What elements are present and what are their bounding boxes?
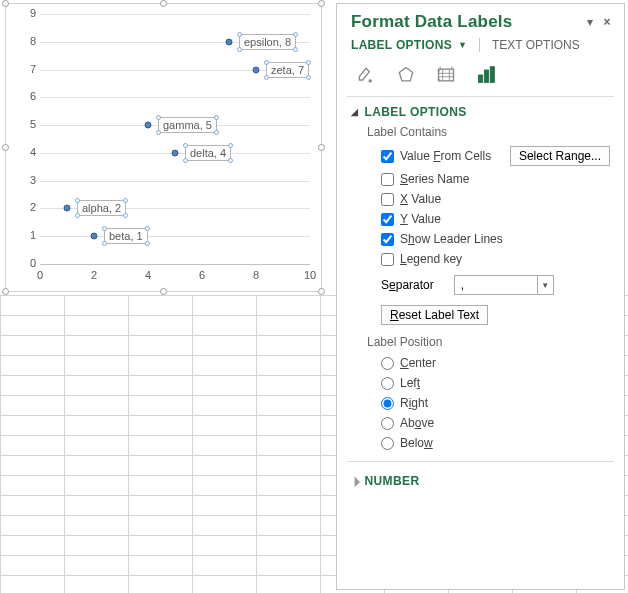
resize-handle[interactable]	[318, 288, 325, 295]
radio-above[interactable]	[381, 417, 394, 430]
checkbox-series-name[interactable]	[381, 173, 394, 186]
separator-combo[interactable]: ▼	[454, 275, 554, 295]
label-options-chart-icon[interactable]	[473, 64, 499, 86]
label-handle[interactable]	[183, 143, 188, 148]
tab-text-options[interactable]: TEXT OPTIONS	[492, 38, 580, 52]
format-data-labels-panel: Format Data Labels ▾ × LABEL OPTIONS ▼ T…	[336, 3, 625, 590]
resize-handle[interactable]	[160, 0, 167, 7]
chart-data-label[interactable]: delta, 4	[185, 145, 231, 161]
y-tick: 9	[24, 7, 36, 19]
resize-handle[interactable]	[318, 144, 325, 151]
chart-point[interactable]	[145, 122, 152, 129]
panel-title: Format Data Labels	[351, 12, 512, 32]
label-handle[interactable]	[156, 130, 161, 135]
resize-handle[interactable]	[318, 0, 325, 7]
y-tick: 5	[24, 118, 36, 130]
label-center[interactable]: Center	[400, 356, 436, 370]
plot-area[interactable]: alpha, 2beta, 1gamma, 5delta, 4epsilon, …	[40, 14, 310, 264]
chart-data-label[interactable]: alpha, 2	[77, 200, 126, 216]
label-contains-head: Label Contains	[351, 119, 610, 143]
label-handle[interactable]	[228, 143, 233, 148]
label-handle[interactable]	[306, 75, 311, 80]
checkbox-x-value[interactable]	[381, 193, 394, 206]
label-y-value[interactable]: Y Value	[400, 212, 441, 226]
x-tick: 10	[300, 269, 320, 281]
chart-container[interactable]: 0123456789 0246810 alpha, 2beta, 1gamma,…	[5, 3, 322, 292]
label-handle[interactable]	[237, 47, 242, 52]
label-below[interactable]: Below	[400, 436, 433, 450]
label-show-leader[interactable]: Show Leader Lines	[400, 232, 503, 246]
x-tick: 0	[30, 269, 50, 281]
label-handle[interactable]	[293, 32, 298, 37]
y-tick: 3	[24, 174, 36, 186]
chart-point[interactable]	[253, 66, 260, 73]
section-head-text: LABEL OPTIONS	[364, 105, 466, 119]
chart-point[interactable]	[226, 38, 233, 45]
x-tick: 6	[192, 269, 212, 281]
label-handle[interactable]	[145, 241, 150, 246]
resize-handle[interactable]	[2, 144, 9, 151]
label-handle[interactable]	[102, 241, 107, 246]
tab-label-options[interactable]: LABEL OPTIONS	[351, 38, 452, 52]
close-icon[interactable]: ×	[600, 15, 614, 29]
label-handle[interactable]	[123, 213, 128, 218]
label-left[interactable]: Left	[400, 376, 420, 390]
select-range-button[interactable]: Select Range...	[510, 146, 610, 166]
checkbox-legend-key[interactable]	[381, 253, 394, 266]
svg-rect-4	[490, 67, 494, 83]
label-handle[interactable]	[214, 115, 219, 120]
label-handle[interactable]	[306, 60, 311, 65]
resize-handle[interactable]	[2, 0, 9, 7]
label-handle[interactable]	[102, 226, 107, 231]
chart-point[interactable]	[64, 205, 71, 212]
radio-left[interactable]	[381, 377, 394, 390]
resize-handle[interactable]	[2, 288, 9, 295]
chart-data-label[interactable]: beta, 1	[104, 228, 148, 244]
chart-data-label[interactable]: zeta, 7	[266, 62, 309, 78]
label-series-name[interactable]: Series Name	[400, 172, 469, 186]
checkbox-show-leader-lines[interactable]	[381, 233, 394, 246]
label-handle[interactable]	[264, 75, 269, 80]
label-above[interactable]: Above	[400, 416, 434, 430]
chevron-down-icon[interactable]: ▼	[537, 276, 553, 294]
section-label-options[interactable]: ◢ LABEL OPTIONS	[351, 105, 610, 119]
chart-data-label[interactable]: epsilon, 8	[239, 34, 296, 50]
checkbox-value-from-cells[interactable]	[381, 150, 394, 163]
y-tick: 6	[24, 90, 36, 102]
chart-point[interactable]	[91, 233, 98, 240]
label-handle[interactable]	[145, 226, 150, 231]
label-handle[interactable]	[264, 60, 269, 65]
resize-handle[interactable]	[160, 288, 167, 295]
label-handle[interactable]	[75, 213, 80, 218]
reset-label-text-button[interactable]: Reset Label Text	[381, 305, 488, 325]
label-position-head: Label Position	[351, 329, 610, 353]
label-handle[interactable]	[293, 47, 298, 52]
label-handle[interactable]	[214, 130, 219, 135]
size-properties-icon[interactable]	[433, 64, 459, 86]
label-right[interactable]: Right	[400, 396, 428, 410]
effects-icon[interactable]	[393, 64, 419, 86]
label-handle[interactable]	[123, 198, 128, 203]
panel-options-dropdown-icon[interactable]: ▾	[583, 15, 597, 29]
fill-line-icon[interactable]	[353, 64, 379, 86]
chart-point[interactable]	[172, 149, 179, 156]
checkbox-y-value[interactable]	[381, 213, 394, 226]
label-handle[interactable]	[237, 32, 242, 37]
label-handle[interactable]	[75, 198, 80, 203]
separator-label: Separator	[381, 278, 434, 292]
label-x-value[interactable]: X Value	[400, 192, 441, 206]
label-handle[interactable]	[183, 158, 188, 163]
section-number[interactable]: ◢ NUMBER	[351, 474, 610, 488]
radio-below[interactable]	[381, 437, 394, 450]
y-tick: 4	[24, 146, 36, 158]
chevron-down-icon[interactable]: ▼	[458, 40, 467, 50]
label-value-from-cells[interactable]: Value From Cells	[400, 149, 491, 163]
y-tick: 0	[24, 257, 36, 269]
label-legend-key[interactable]: Legend key	[400, 252, 462, 266]
radio-center[interactable]	[381, 357, 394, 370]
radio-right[interactable]	[381, 397, 394, 410]
chart-data-label[interactable]: gamma, 5	[158, 117, 217, 133]
label-handle[interactable]	[228, 158, 233, 163]
x-tick: 4	[138, 269, 158, 281]
label-handle[interactable]	[156, 115, 161, 120]
